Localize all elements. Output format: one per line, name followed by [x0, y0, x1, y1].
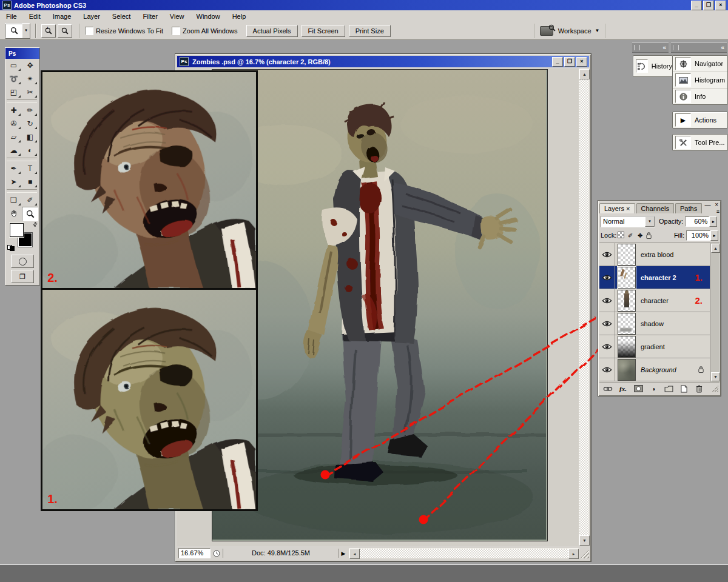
close-button[interactable]: ×: [715, 1, 726, 10]
tool-blur[interactable]: ☁: [5, 144, 22, 157]
zoom-percentage-field[interactable]: 16.67%: [178, 548, 211, 558]
menu-select[interactable]: Select: [106, 12, 137, 21]
actual-pixels-button[interactable]: Actual Pixels: [246, 25, 298, 37]
tool-healing-brush[interactable]: ✚: [5, 104, 22, 117]
menu-image[interactable]: Image: [47, 12, 78, 21]
collapse-arrows-icon[interactable]: «: [721, 44, 724, 51]
app-titlebar[interactable]: Ps Adobe Photoshop CS3 _ ❐ ×: [0, 0, 728, 10]
tool-hand[interactable]: [5, 207, 22, 220]
zoom-in-button[interactable]: +: [41, 24, 56, 38]
menu-help[interactable]: Help: [226, 12, 252, 21]
scroll-down-icon[interactable]: ▼: [579, 535, 590, 546]
resize-grip[interactable]: [579, 548, 589, 558]
menu-window[interactable]: Window: [190, 12, 226, 21]
dock-grip[interactable]: [673, 45, 679, 50]
screen-mode-button[interactable]: ❐: [11, 270, 34, 283]
opacity-arrow-icon[interactable]: ▸: [709, 216, 717, 227]
minimize-button[interactable]: _: [691, 1, 702, 10]
tool-magic-wand[interactable]: ✴: [22, 72, 38, 85]
artboard[interactable]: [212, 69, 548, 541]
lock-transparency-icon[interactable]: [616, 232, 625, 239]
vertical-scrollbar[interactable]: ▲ ▼: [579, 69, 589, 546]
layer-thumbnail[interactable]: [618, 359, 636, 381]
resize-windows-checkbox[interactable]: Resize Windows To Fit: [85, 27, 163, 35]
scroll-up-icon[interactable]: ▲: [579, 69, 590, 79]
layer-row-character[interactable]: character 2.: [599, 289, 710, 312]
new-group-icon[interactable]: [664, 384, 673, 393]
layers-scrollbar[interactable]: ▲ ▼: [710, 243, 720, 382]
visibility-toggle[interactable]: [599, 289, 615, 312]
menu-layer[interactable]: Layer: [77, 12, 106, 21]
layer-thumbnail[interactable]: [618, 267, 636, 289]
default-colors-icon[interactable]: [7, 245, 15, 251]
status-options-arrow-icon[interactable]: ▶: [339, 550, 348, 557]
panel-resize-grip[interactable]: [712, 386, 718, 392]
doc-close-button[interactable]: ×: [576, 57, 587, 67]
lock-pixels-icon[interactable]: ✐: [626, 232, 635, 239]
visibility-toggle[interactable]: [599, 243, 615, 266]
collapse-arrows-icon[interactable]: «: [662, 44, 666, 51]
layer-row-background[interactable]: Background: [599, 358, 710, 381]
tab-close-icon[interactable]: ×: [626, 205, 630, 212]
scroll-up-icon[interactable]: ▲: [711, 244, 720, 253]
tool-paint-bucket[interactable]: ◧: [22, 130, 38, 144]
actions-palette-button[interactable]: ▶ Actions: [673, 112, 727, 128]
tool-presets-palette-button[interactable]: Tool Pre...: [673, 135, 727, 150]
dock-header-right[interactable]: «: [671, 42, 727, 53]
foreground-color-swatch[interactable]: [10, 223, 24, 237]
workspace-menu[interactable]: Workspace ▼: [540, 26, 600, 36]
layer-thumbnail[interactable]: [618, 336, 636, 358]
menu-filter[interactable]: Filter: [136, 12, 163, 21]
menu-edit[interactable]: Edit: [23, 12, 47, 21]
visibility-toggle[interactable]: [599, 358, 615, 381]
checkbox-box[interactable]: [172, 27, 180, 35]
tool-type[interactable]: T: [22, 162, 38, 175]
opacity-field[interactable]: 60%: [685, 216, 709, 227]
tool-crop[interactable]: ◰: [5, 85, 22, 99]
toolbox-titlebar[interactable]: Ps: [5, 48, 39, 59]
tab-paths[interactable]: Paths: [675, 203, 702, 213]
lock-all-icon[interactable]: [645, 232, 654, 239]
layer-row-shadow[interactable]: shadow: [599, 312, 710, 335]
tool-shape[interactable]: ■: [22, 175, 38, 189]
layer-thumbnail[interactable]: [618, 313, 636, 335]
tool-preset-dropdown-icon[interactable]: ▾: [22, 24, 30, 37]
zoom-out-button[interactable]: −: [58, 24, 72, 38]
tool-notes[interactable]: ❏: [5, 193, 22, 207]
tab-channels[interactable]: Channels: [636, 203, 674, 213]
dock-grip[interactable]: [634, 45, 640, 50]
histogram-palette-button[interactable]: Histogram: [673, 72, 727, 89]
navigator-palette-button[interactable]: Navigator: [673, 56, 727, 72]
new-layer-icon[interactable]: [679, 384, 689, 393]
menu-file[interactable]: File: [0, 12, 23, 21]
history-palette-button[interactable]: History: [633, 55, 673, 77]
blend-mode-select[interactable]: Normal ▾: [601, 216, 655, 227]
layer-row-extra-blood[interactable]: extra blood: [599, 243, 710, 266]
scroll-right-icon[interactable]: ▸: [568, 549, 579, 559]
layer-thumbnail[interactable]: [618, 290, 636, 312]
tool-zoom[interactable]: [22, 207, 38, 221]
doc-restore-button[interactable]: ❐: [564, 57, 575, 67]
tool-clone-stamp[interactable]: ✇: [5, 117, 22, 130]
delete-layer-icon[interactable]: [694, 384, 704, 393]
tool-lasso[interactable]: ➰: [5, 72, 22, 85]
print-size-button[interactable]: Print Size: [349, 25, 391, 37]
layer-mask-icon[interactable]: [633, 384, 643, 393]
checkbox-box[interactable]: [85, 27, 93, 35]
swap-colors-icon[interactable]: ⇄: [32, 221, 39, 228]
visibility-toggle[interactable]: [599, 335, 615, 358]
zoom-all-windows-checkbox[interactable]: Zoom All Windows: [172, 27, 237, 35]
tool-pen[interactable]: ✒: [5, 162, 22, 175]
adjustment-layer-icon[interactable]: ◑: [649, 384, 658, 393]
tool-eraser[interactable]: ▱: [5, 130, 22, 144]
fill-field[interactable]: 100%: [686, 230, 710, 241]
restore-button[interactable]: ❐: [703, 1, 714, 10]
layer-row-character-2[interactable]: character 2 1.: [599, 266, 710, 289]
tool-eyedropper[interactable]: ✐: [22, 193, 38, 207]
menu-view[interactable]: View: [164, 12, 190, 21]
dock-header-left[interactable]: «: [632, 42, 669, 53]
visibility-toggle[interactable]: [599, 312, 615, 335]
scroll-down-icon[interactable]: ▼: [711, 372, 720, 381]
tool-dodge[interactable]: ◐: [22, 144, 38, 157]
fit-screen-button[interactable]: Fit Screen: [302, 25, 345, 37]
